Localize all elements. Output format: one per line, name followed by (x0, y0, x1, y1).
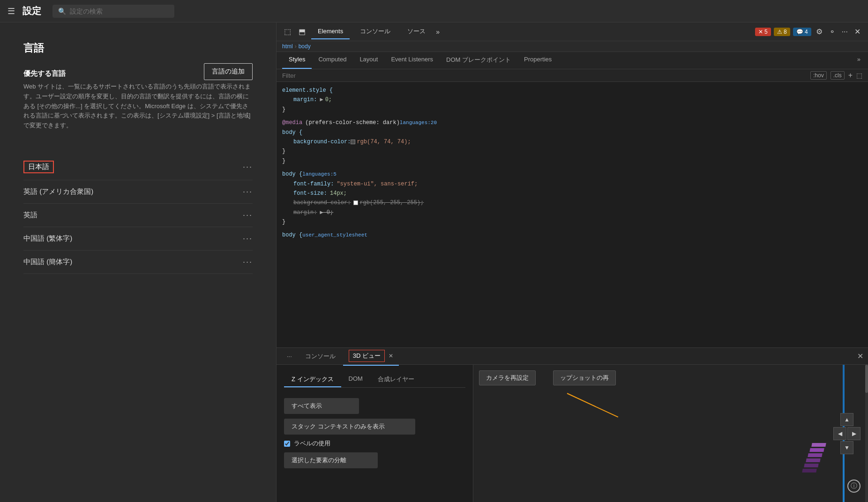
section-title: 言語 (23, 41, 253, 55)
styles-more-tabs[interactable]: » (855, 52, 862, 69)
css-outer-brace-close: } (282, 156, 285, 166)
devtools-panel: ⬚ ⬒ Elements コンソール ソース » ✕ 5 ⚠ 8 💬 4 ⚙ ⚬… (277, 22, 868, 502)
css-bg-value-light: rgb(255, 255, 255); (359, 198, 424, 207)
breadcrumb-body[interactable]: body (299, 43, 311, 50)
search-box: 🔍 (52, 5, 174, 18)
devtools-close-icon[interactable]: ✕ (853, 25, 862, 38)
filter-input[interactable] (282, 72, 807, 79)
view-3d-viewport: カメラを再設定 ップショットの再 (473, 365, 868, 502)
subsection-desc: Web サイトは、一覧にあるサポートされている言語のうち先頭の言語で表示されます… (23, 82, 253, 131)
bottom-tabs-bar: ··· コンソール 3D ビュー ✕ ✕ (277, 348, 868, 365)
device-toolbar-icon[interactable]: ⬒ (297, 25, 307, 38)
scrollbar-track[interactable] (865, 365, 868, 502)
filter-bar: :hov .cls + ⬚ (277, 69, 868, 82)
tab-dom-breakpoints[interactable]: DOM ブレークポイント (440, 52, 517, 69)
css-body-brace-close: } (282, 217, 285, 227)
devtools-settings-icon[interactable]: ⚙ (814, 25, 824, 38)
breadcrumb-separator: › (295, 43, 297, 50)
devtools-profile-icon[interactable]: ⚬ (827, 25, 837, 38)
lang-item-chinese-trad: 中国語 (繁体字) ··· (23, 227, 253, 251)
3d-tab-composite[interactable]: 合成レイヤー (370, 372, 422, 387)
css-rule-body: body { languages:5 font-family: "system-… (282, 170, 862, 227)
show-all-button[interactable]: すべて表示 (284, 398, 359, 414)
tab-styles[interactable]: Styles (282, 52, 312, 69)
css-font-size-line[interactable]: font-size: 14px; (282, 189, 862, 198)
tab-computed[interactable]: Computed (312, 52, 353, 69)
tab-3dview-bordered: 3D ビュー (349, 350, 385, 362)
info-icon[interactable]: ⓘ (847, 480, 861, 493)
devtools-more-options[interactable]: ··· (840, 26, 850, 38)
css-arrow-margin[interactable]: ▶ (320, 95, 323, 104)
nav-left-button[interactable]: ◀ (833, 427, 846, 440)
css-color-swatch-white (353, 200, 358, 205)
css-font-family-value: "system-ui", sans-serif; (337, 179, 418, 189)
tab-event-listeners[interactable]: Event Listeners (384, 52, 440, 69)
message-badge[interactable]: 💬 4 (793, 28, 811, 36)
nav-up-button[interactable]: ▲ (840, 413, 853, 426)
nav-right-button[interactable]: ▶ (847, 427, 861, 440)
tab-properties[interactable]: Properties (517, 52, 558, 69)
css-margin-arrow: ▶ 0; (320, 208, 333, 217)
lang-item-english: 英語 ··· (23, 204, 253, 227)
css-selector-line: element.style { (282, 86, 862, 95)
separate-element-button[interactable]: 選択した要素の分離 (284, 452, 378, 468)
css-margin-line[interactable]: margin: ▶ 0; (282, 208, 862, 217)
css-body-close: } (282, 217, 862, 227)
css-prop-name: margin: (293, 95, 317, 104)
tab-elements[interactable]: Elements (311, 24, 350, 39)
css-font-family-line[interactable]: font-family: "system-ui", sans-serif; (282, 179, 862, 189)
lang-options-chinese-trad[interactable]: ··· (243, 234, 253, 244)
css-media-condition: (prefers-color-scheme: dark) (305, 118, 400, 127)
stack-layer-4 (806, 458, 820, 462)
lang-options-japanese[interactable]: ··· (243, 162, 253, 172)
css-bg-color-light-line[interactable]: background-color: rgb(255, 255, 255); (282, 198, 862, 207)
tab-layout[interactable]: Layout (353, 52, 384, 69)
pref-lang-section: 優先する言語 言語の追加 Web サイトは、一覧にあるサポートされている言語のう… (23, 69, 253, 140)
tab-sources[interactable]: ソース (401, 23, 432, 40)
css-bg-color-dark[interactable]: background-color: rgb(74, 74, 74); (282, 137, 862, 147)
search-input[interactable] (70, 7, 169, 15)
snapshot-button[interactable]: ップショットの再 (553, 370, 616, 385)
bottom-tab-3dview[interactable]: 3D ビュー ✕ (343, 347, 399, 366)
css-outer-media-close: } (282, 156, 862, 166)
more-tabs-icon[interactable]: » (436, 28, 440, 36)
nav-down-button[interactable]: ▼ (840, 441, 853, 454)
css-source-body[interactable]: languages:5 (302, 170, 337, 179)
lang-options-english[interactable]: ··· (243, 210, 253, 220)
view-3d-content: Z インデックス DOM 合成レイヤー すべて表示 スタック コンテキストのみを… (277, 365, 868, 502)
view-3d-controls: Z インデックス DOM 合成レイヤー すべて表示 スタック コンテキストのみを… (277, 365, 473, 502)
inspect-element-icon[interactable]: ⬚ (282, 25, 293, 38)
error-badge[interactable]: ✕ 5 (755, 28, 771, 36)
scrollbar-thumb[interactable] (865, 365, 868, 393)
warning-badge[interactable]: ⚠ 8 (774, 28, 790, 36)
stack-context-button[interactable]: スタック コンテキストのみを表示 (284, 419, 415, 435)
tab-console[interactable]: コンソール (353, 23, 397, 40)
css-source-media[interactable]: languages:20 (400, 118, 437, 127)
bottom-tab-more[interactable]: ··· (281, 350, 298, 362)
css-code-area: element.style { margin: ▶ 0; } @media (p… (277, 82, 868, 347)
bottom-panel-close[interactable]: ✕ (857, 352, 863, 361)
add-language-button[interactable]: 言語の追加 (204, 63, 253, 80)
breadcrumb-html[interactable]: html (282, 43, 293, 50)
filter-cls-button[interactable]: .cls (831, 71, 845, 80)
hamburger-icon[interactable]: ☰ (7, 6, 15, 16)
tab-3dview-close[interactable]: ✕ (389, 353, 393, 359)
filter-expand-icon[interactable]: ⬚ (856, 72, 862, 79)
lang-options-chinese-simp[interactable]: ··· (243, 257, 253, 267)
filter-hov-button[interactable]: :hov (810, 71, 827, 80)
use-label-checkbox-row: ラベルの使用 (284, 439, 465, 448)
bottom-tab-console[interactable]: コンソール (299, 349, 341, 363)
app-title: 設定 (22, 5, 41, 17)
3d-tab-z-index[interactable]: Z インデックス (284, 372, 341, 387)
breadcrumb: html › body (277, 41, 868, 52)
css-prop-margin[interactable]: margin: ▶ 0; (282, 95, 862, 104)
camera-reset-button[interactable]: カメラを再設定 (479, 370, 536, 385)
use-label-text: ラベルの使用 (294, 439, 330, 448)
filter-add-rule[interactable]: + (848, 71, 853, 80)
use-label-checkbox[interactable] (284, 441, 290, 447)
top-bar: ☰ 設定 🔍 (0, 0, 868, 22)
css-ua-source[interactable]: user_agent_stylesheet (302, 231, 367, 240)
3d-tab-dom[interactable]: DOM (341, 372, 370, 387)
lang-options-english-us[interactable]: ··· (243, 187, 253, 197)
lang-name-japanese: 日本語 (23, 161, 54, 173)
